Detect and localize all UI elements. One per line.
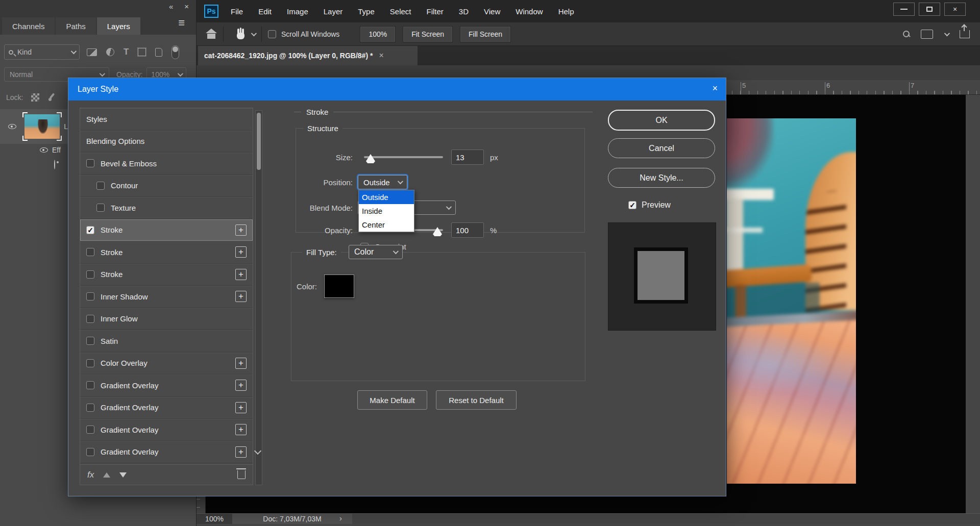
tab-channels[interactable]: Channels (2, 17, 55, 35)
position-dropdown[interactable]: Outside (358, 175, 407, 189)
add-effect-instance-button[interactable]: + (235, 424, 247, 435)
ok-button[interactable]: OK (608, 110, 715, 131)
filter-adjustment-layers-icon[interactable] (106, 48, 114, 56)
menu-image[interactable]: Image (287, 7, 308, 16)
list-item-contour[interactable]: Contour (80, 175, 253, 197)
effect-checkbox[interactable] (86, 448, 94, 456)
list-item-gradient-overlay[interactable]: Gradient Overlay+ (80, 441, 253, 464)
hand-tool-dropdown-icon[interactable] (251, 30, 257, 36)
add-effect-instance-button[interactable]: + (235, 291, 247, 302)
menu-help[interactable]: Help (558, 7, 574, 16)
effect-checkbox[interactable] (86, 404, 94, 412)
close-panel-icon[interactable]: × (184, 2, 189, 11)
list-item-satin[interactable]: Satin (80, 330, 253, 353)
preview-option[interactable]: ✓ Preview (628, 201, 671, 210)
filter-pixel-layers-icon[interactable] (87, 48, 97, 56)
list-item-gradient-overlay[interactable]: Gradient Overlay+ (80, 397, 253, 419)
make-default-button[interactable]: Make Default (357, 390, 427, 410)
collapse-panel-icon[interactable]: « (169, 2, 173, 11)
workspace-dropdown-icon[interactable] (944, 30, 950, 36)
list-item-stroke[interactable]: Stroke+ (80, 241, 253, 264)
effects-visibility-eye-icon[interactable] (40, 147, 48, 153)
effect-checkbox[interactable] (96, 204, 105, 212)
delete-effect-icon[interactable] (237, 470, 246, 479)
list-item-blending-options[interactable]: Blending Options (80, 131, 253, 153)
menu-file[interactable]: File (231, 7, 243, 16)
list-item-gradient-overlay[interactable]: Gradient Overlay+ (80, 374, 253, 397)
reset-to-default-button[interactable]: Reset to Default (436, 390, 517, 410)
kind-filter-select[interactable]: Kind (4, 44, 80, 60)
list-item-inner-shadow[interactable]: Inner Shadow+ (80, 286, 253, 308)
scroll-all-windows-checkbox[interactable] (268, 30, 276, 38)
list-item-texture[interactable]: Texture (80, 197, 253, 219)
effect-checkbox[interactable] (96, 182, 105, 190)
filter-shape-layers-icon[interactable] (138, 48, 146, 56)
menu-filter[interactable]: Filter (427, 7, 444, 16)
new-style-button[interactable]: New Style... (608, 168, 715, 188)
share-icon[interactable] (960, 30, 970, 38)
move-effect-up-icon[interactable] (103, 472, 110, 478)
list-item-bevel-emboss[interactable]: Bevel & Emboss (80, 153, 253, 175)
lock-paint-icon[interactable] (47, 93, 57, 102)
document-image[interactable] (727, 118, 856, 484)
size-slider-thumb[interactable] (366, 154, 375, 163)
cancel-button[interactable]: Cancel (608, 138, 715, 158)
workspace-icon[interactable] (921, 30, 933, 39)
close-window-button[interactable]: × (944, 3, 966, 16)
menu-option-inside[interactable]: Inside (359, 204, 414, 218)
list-item-stroke-selected[interactable]: ✓Stroke+ (80, 219, 253, 242)
list-item-gradient-overlay[interactable]: Gradient Overlay+ (80, 419, 253, 441)
home-icon[interactable] (206, 30, 217, 39)
layer-visibility-eye-icon[interactable] (8, 124, 16, 129)
add-effect-instance-button[interactable]: + (235, 446, 247, 458)
menu-window[interactable]: Window (516, 7, 543, 16)
effect-checkbox[interactable] (86, 292, 94, 300)
effect-checkbox[interactable] (86, 315, 94, 323)
hand-tool-icon[interactable] (236, 29, 246, 40)
opacity-slider-thumb[interactable] (433, 227, 442, 236)
preview-checkbox-checked[interactable]: ✓ (628, 201, 636, 209)
opacity-value-field[interactable]: 100 (451, 222, 484, 238)
fill-screen-button[interactable]: Fill Screen (460, 26, 511, 42)
effect-item-row[interactable] (54, 160, 55, 169)
effect-checkbox-checked[interactable]: ✓ (86, 226, 94, 234)
add-effect-instance-button[interactable]: + (235, 269, 247, 280)
status-expand-icon[interactable]: › (339, 514, 342, 522)
size-value-field[interactable]: 13 (451, 149, 484, 165)
tab-layers[interactable]: Layers (97, 17, 140, 35)
menu-select[interactable]: Select (390, 7, 411, 16)
maximize-button[interactable] (919, 3, 940, 16)
effect-checkbox[interactable] (86, 248, 94, 256)
effect-checkbox[interactable] (86, 425, 94, 434)
layer-row[interactable]: L (0, 109, 68, 144)
add-effect-instance-button[interactable]: + (235, 402, 247, 413)
tab-paths[interactable]: Paths (56, 17, 95, 35)
lock-transparency-icon[interactable] (31, 93, 39, 102)
document-tab-close-icon[interactable]: × (379, 51, 383, 60)
menu-layer[interactable]: Layer (324, 7, 343, 16)
menu-view[interactable]: View (484, 7, 500, 16)
add-effect-instance-button[interactable]: + (235, 380, 247, 391)
menu-type[interactable]: Type (358, 7, 375, 16)
menu-option-outside[interactable]: Outside (359, 190, 414, 204)
panel-menu-icon[interactable]: ≡ (178, 17, 185, 29)
effects-row[interactable]: Eff (40, 146, 70, 154)
filter-type-layers-icon[interactable]: T (124, 47, 129, 57)
fit-screen-button[interactable]: Fit Screen (403, 26, 453, 42)
status-zoom-field[interactable]: 100% (197, 514, 232, 524)
list-item-styles[interactable]: Styles (80, 108, 253, 131)
minimize-button[interactable] (893, 3, 915, 16)
dialog-titlebar[interactable]: Layer Style × (68, 78, 726, 101)
move-effect-down-icon[interactable] (119, 472, 127, 478)
dialog-close-icon[interactable]: × (712, 83, 718, 94)
list-item-inner-glow[interactable]: Inner Glow (80, 308, 253, 331)
filter-smart-objects-icon[interactable] (155, 48, 162, 57)
scrollbar-thumb[interactable] (257, 113, 261, 170)
stroke-color-swatch[interactable] (324, 274, 354, 298)
effect-checkbox[interactable] (86, 159, 94, 167)
filter-toggle[interactable] (172, 45, 179, 59)
effect-checkbox[interactable] (86, 270, 94, 279)
effect-checkbox[interactable] (86, 381, 94, 389)
scroll-all-windows-option[interactable]: Scroll All Windows (268, 30, 339, 38)
list-item-color-overlay[interactable]: Color Overlay+ (80, 353, 253, 375)
